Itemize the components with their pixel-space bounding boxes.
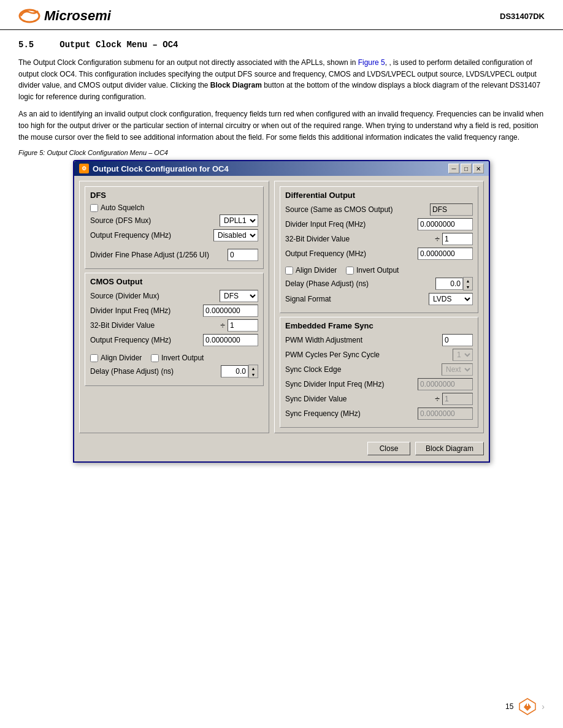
diff-delay-row: Delay (Phase Adjust) (ns) ▲ ▼: [285, 277, 473, 290]
sync-freq-row: Sync Frequency (MHz): [285, 408, 473, 420]
microsemi-logo-icon: [18, 7, 40, 25]
diff-delay-label: Delay (Phase Adjust) (ns): [285, 279, 435, 288]
pwm-cycles-label: PWM Cycles Per Sync Cycle: [285, 351, 453, 359]
divider-fine-input[interactable]: [228, 249, 258, 261]
svg-text:⚙: ⚙: [82, 165, 86, 172]
close-x-button[interactable]: ✕: [473, 164, 484, 173]
dialog-body: DFS Auto Squelch Source (DFS Mux) DPLL1 …: [74, 176, 489, 438]
dfs-source-select[interactable]: DPLL1 DPLL2 APLL1 APLL2: [220, 214, 258, 227]
embedded-sync-group: Embedded Frame Sync PWM Width Adjustment…: [280, 317, 478, 428]
dialog-app-icon: ⚙: [79, 164, 89, 173]
diff-32bit-row: 32-Bit Divider Value ÷: [285, 233, 473, 245]
dialog-title: Output Clock Configuration for OC4: [93, 164, 229, 173]
diff-source-label: Source (Same as CMOS Output): [285, 205, 430, 214]
diff-delay-spin: ▲ ▼: [435, 277, 473, 290]
pwm-cycles-row: PWM Cycles Per Sync Cycle 1: [285, 349, 473, 361]
cmos-align-divider-checkbox[interactable]: [90, 354, 98, 362]
cmos-delay-up[interactable]: ▲: [249, 365, 258, 371]
page-footer: 15 ›: [505, 697, 545, 716]
diff-checkboxes-row: Align Divider Invert Output: [285, 266, 473, 275]
cmos-invert-output-checkbox[interactable]: [151, 354, 159, 362]
cmos-divider-input-freq[interactable]: [203, 305, 258, 317]
logo-text: Microsemi: [44, 8, 111, 24]
cmos-32bit-row: 32-Bit Divider Value ÷: [90, 319, 258, 332]
cmos-output-freq-label: Output Frequency (MHz): [90, 336, 203, 344]
sync-divider-symbol: ÷: [435, 394, 440, 404]
pwm-width-input[interactable]: [442, 334, 473, 346]
left-panel: DFS Auto Squelch Source (DFS Mux) DPLL1 …: [79, 181, 269, 433]
cmos-group: CMOS Output Source (Divider Mux) DFS DPL…: [85, 273, 264, 386]
cmos-delay-row: Delay (Phase Adjust) (ns) ▲ ▼: [90, 365, 258, 378]
cmos-source-row: Source (Divider Mux) DFS DPLL1 DPLL2: [90, 290, 258, 302]
auto-squelch-checkbox[interactable]: [90, 204, 98, 212]
figure5-link[interactable]: Figure 5: [358, 58, 385, 67]
dfs-output-freq-select[interactable]: Disabled Enabled: [213, 229, 258, 241]
minimize-button[interactable]: ─: [448, 164, 459, 173]
signal-format-label: Signal Format: [285, 295, 429, 303]
divider-fine-label: Divider Fine Phase Adjust (1/256 UI): [90, 251, 228, 259]
diff-delay-input[interactable]: [435, 278, 463, 290]
cmos-output-freq-input[interactable]: [203, 334, 258, 346]
diff-invert-output-label: Invert Output: [356, 266, 399, 275]
sync-divider-input-freq: [418, 378, 473, 390]
sync-freq-input: [418, 408, 473, 420]
microsemi-y-icon: [518, 697, 537, 716]
block-diagram-button[interactable]: Block Diagram: [415, 442, 484, 455]
page-content: 5.5 Output Clock Menu – OC4 The Output C…: [0, 30, 563, 475]
diff-32bit-input[interactable]: [442, 233, 473, 245]
sync-clock-edge-row: Sync Clock Edge Next: [285, 363, 473, 376]
diff-output-freq-row: Output Frequency (MHz): [285, 248, 473, 260]
cmos-delay-input[interactable]: [221, 365, 248, 377]
page-number: 15: [505, 702, 513, 711]
divider-fine-row: Divider Fine Phase Adjust (1/256 UI): [90, 249, 258, 261]
footer-buttons: Close Block Diagram: [367, 442, 484, 455]
diff-divider-input-freq[interactable]: [418, 218, 473, 230]
page-header: Microsemi DS31407DK: [0, 0, 563, 30]
cmos-group-title: CMOS Output: [90, 277, 258, 286]
diff-divider-symbol: ÷: [435, 234, 440, 244]
signal-format-row: Signal Format LVDS LVPECL HSTL: [285, 293, 473, 305]
logo-area: Microsemi: [18, 7, 111, 25]
diff-invert-output-checkbox[interactable]: [346, 267, 354, 275]
dialog-controls[interactable]: ─ □ ✕: [448, 164, 484, 173]
cmos-divider-symbol: ÷: [220, 320, 225, 330]
embedded-sync-title: Embedded Frame Sync: [285, 321, 473, 330]
diff-align-divider-checkbox[interactable]: [285, 267, 293, 275]
maximize-button[interactable]: □: [461, 164, 472, 173]
cmos-checkboxes-row: Align Divider Invert Output: [90, 354, 258, 362]
paragraph-1: The Output Clock Configuration submenu f…: [18, 57, 545, 102]
cmos-delay-label: Delay (Phase Adjust) (ns): [90, 367, 221, 376]
cmos-32bit-label: 32-Bit Divider Value: [90, 321, 218, 330]
cmos-32bit-input[interactable]: [228, 319, 258, 332]
sync-divider-input-row: Sync Divider Input Freq (MHz): [285, 378, 473, 390]
cmos-source-select[interactable]: DFS DPLL1 DPLL2: [220, 290, 258, 302]
diff-delay-up[interactable]: ▲: [464, 278, 472, 284]
pwm-cycles-select[interactable]: 1: [453, 349, 473, 361]
signal-format-select[interactable]: LVDS LVPECL HSTL: [429, 293, 473, 305]
dialog-titlebar: ⚙ Output Clock Configuration for OC4 ─ □…: [74, 161, 489, 176]
doc-number: DS31407DK: [500, 12, 545, 21]
cmos-delay-spinners[interactable]: ▲ ▼: [248, 365, 258, 378]
sync-freq-label: Sync Frequency (MHz): [285, 409, 418, 418]
dialog-footer: Close Block Diagram: [74, 438, 489, 461]
cmos-divider-input-row: Divider Input Freq (MHz): [90, 305, 258, 317]
dfs-source-label: Source (DFS Mux): [90, 216, 220, 225]
close-button[interactable]: Close: [367, 442, 410, 455]
cmos-delay-down[interactable]: ▼: [249, 371, 258, 377]
diff-delay-spinners[interactable]: ▲ ▼: [463, 277, 473, 290]
diff-align-divider-label: Align Divider: [296, 266, 337, 275]
section-title: 5.5 Output Clock Menu – OC4: [18, 40, 545, 50]
diff-source-input: [430, 203, 473, 216]
sync-clock-edge-select[interactable]: Next: [442, 363, 473, 376]
dfs-output-freq-label: Output Frequency (MHz): [90, 231, 213, 240]
diff-delay-down[interactable]: ▼: [464, 284, 472, 290]
sync-divider-value-row: Sync Divider Value ÷: [285, 393, 473, 405]
dfs-source-row: Source (DFS Mux) DPLL1 DPLL2 APLL1 APLL2: [90, 214, 258, 227]
diff-32bit-label: 32-Bit Divider Value: [285, 235, 432, 243]
next-page-arrow[interactable]: ›: [542, 702, 545, 711]
diff-source-row: Source (Same as CMOS Output): [285, 203, 473, 216]
diff-output-freq-label: Output Frequency (MHz): [285, 249, 418, 258]
diff-output-freq-input[interactable]: [418, 248, 473, 260]
sync-clock-edge-label: Sync Clock Edge: [285, 365, 442, 374]
pwm-width-label: PWM Width Adjustment: [285, 336, 442, 344]
